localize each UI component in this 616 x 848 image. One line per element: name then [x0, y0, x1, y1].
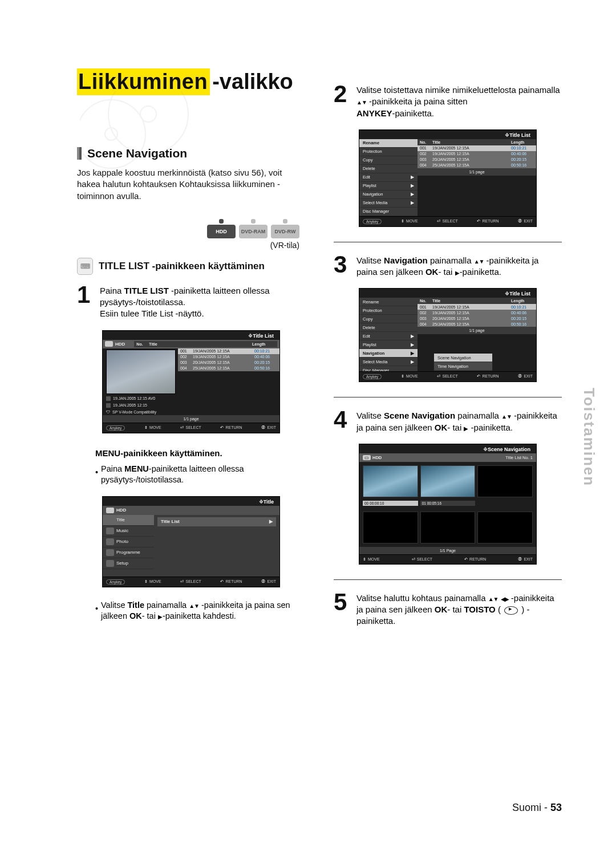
title-highlight: Liikkuminen [77, 68, 210, 95]
osd-title-menu: Title HDD Title Music Photo Programme Se… [102, 496, 280, 587]
bullet-2: Valitse Title painamalla -painikkeita ja… [95, 600, 305, 622]
dvd-rw-badge: DVD-RW [271, 225, 299, 238]
osd-title-list-2: Title List Rename Protection Copy Delete… [359, 129, 537, 227]
up-down-icon [488, 593, 499, 603]
right-column: 2 Valitse toistettava nimike nimikeluett… [334, 74, 562, 627]
scene-thumb [477, 512, 533, 543]
separator [334, 579, 562, 580]
dvd-ram-badge: DVD-RAM [239, 225, 268, 238]
left-right-icon [501, 593, 509, 603]
bullet-icon [95, 603, 98, 622]
osd-title-list-1: Title List HDD No.TitleLength 00119/JAN/… [102, 330, 280, 433]
play-icon [455, 267, 460, 277]
play-icon [158, 611, 163, 620]
play-button-icon [504, 606, 518, 615]
section-main-title: Liikkuminen -valikko [77, 68, 305, 95]
left-column: Liikkuminen -valikko Scene Navigation Jo… [77, 68, 305, 627]
info-1: 19.JAN.2005 12:15 AV0 [113, 396, 155, 400]
title-rest: -valikko [212, 70, 293, 94]
navigation-popup: Scene Navigation Time Navigation [433, 353, 493, 371]
bullet-1: Paina MENU-painiketta laitteen ollessa p… [95, 464, 305, 486]
separator [334, 397, 562, 397]
scene-thumb [363, 512, 418, 543]
hint-bar: Anykey ⇕MOVE ⏎SELECT ↶RETURN ⦿EXIT [103, 423, 279, 433]
step-5: 5 Valitse haluttu kohtaus painamalla -pa… [334, 593, 562, 627]
osd-scene-navigation: Scene Navigation ▭HDD Title List No. 1 0… [359, 444, 537, 565]
hdd-badge: HDD [207, 225, 236, 238]
scene-thumb [420, 512, 476, 543]
hdd-label: HDD [115, 342, 125, 347]
remote-icon: ⌨ [77, 258, 93, 275]
table-header: No.TitleLength [134, 341, 277, 347]
step-1: 1 Paina TITLE LIST -painiketta laitteen … [77, 285, 305, 320]
bullet-icon [95, 467, 98, 486]
manual-page: Liikkuminen -valikko Scene Navigation Jo… [0, 0, 616, 848]
context-menu: Rename Protection Copy Delete Edit▶ Play… [359, 139, 418, 216]
vr-mode-label: (VR-tila) [77, 241, 305, 250]
step-3: 3 Valitse Navigation painamalla -painikk… [334, 255, 562, 278]
info-3: SP V-Mode Compatibility [112, 410, 156, 414]
section-side-label: Toistaminen [580, 388, 598, 486]
heading-marker-icon [77, 147, 82, 160]
scene-thumb [477, 465, 533, 497]
preview-thumbnail [106, 350, 176, 394]
info-2: 19.JAN.2005 12:15 [113, 403, 147, 407]
page-indicator: 1/1 page [103, 415, 279, 423]
separator [334, 242, 562, 242]
osd-title-list-3: Title List Rename Protection Copy Delete… [359, 288, 537, 382]
up-down-icon [501, 411, 512, 420]
menu-button-subhead: MENU-painikkeen käyttäminen. [95, 448, 305, 458]
up-down-icon [474, 255, 484, 265]
scene-thumb [420, 465, 476, 497]
page-footer: Suomi - 53 [77, 802, 562, 814]
intro-text: Jos kappale koostuu merkinnöistä (katso … [77, 167, 305, 202]
left-menu: Title Music Photo Programme Setup [103, 515, 154, 577]
step-2: 2 Valitse toistettava nimike nimikeluett… [334, 84, 562, 119]
step-4: 4 Valitse Scene Navigation painamalla -p… [334, 410, 562, 433]
title-list-subhead: ⌨ TITLE LIST -painikkeen käyttäminen [77, 258, 305, 275]
scene-navigation-heading: Scene Navigation [77, 147, 305, 160]
title-table: 00119/JAN/2005 12:15A00:10:21 00219/JAN/… [178, 348, 279, 395]
scene-thumb [363, 465, 418, 497]
media-badges: HDD DVD-RAM DVD-RW [77, 225, 305, 238]
up-down-icon [189, 601, 199, 610]
up-down-icon [356, 96, 367, 106]
